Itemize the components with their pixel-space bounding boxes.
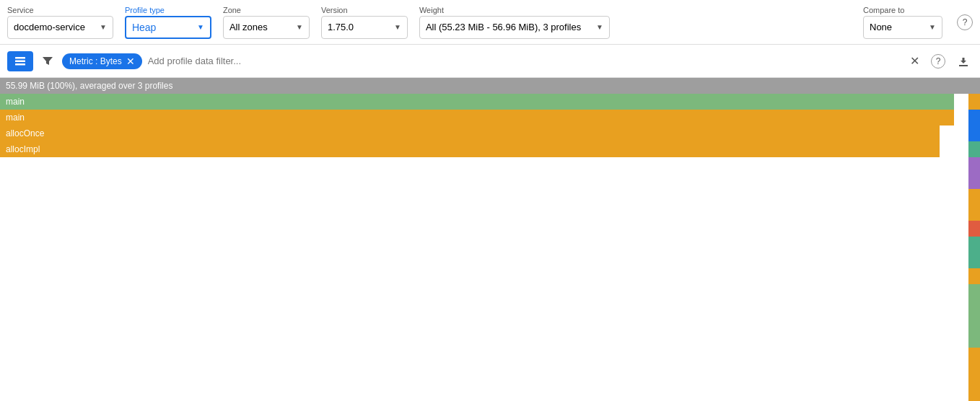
main-toolbar: Service docdemo-service ▼ Profile type H… [0,0,980,45]
metric-chip-close-icon[interactable]: ✕ [126,56,135,66]
filter-help-button[interactable]: ? [928,51,948,71]
view-toggle-button[interactable] [7,51,33,71]
side-segment-3 [968,125,980,141]
flame-row-3[interactable]: allocOnce [0,125,968,141]
version-label: Version [321,6,408,14]
help-circle-icon: ? [931,54,945,69]
flame-row-2-label: main [6,113,25,123]
svg-rect-2 [15,63,25,66]
weight-select[interactable]: All (55.23 MiB - 56.96 MiB), 3 profiles [426,22,593,32]
zone-select-wrapper[interactable]: All zones ▼ [223,16,310,39]
flame-row-1-label: main [6,97,25,107]
summary-bar: 55.99 MiB (100%), averaged over 3 profil… [0,78,968,94]
summary-text: 55.99 MiB (100%), averaged over 3 profil… [6,81,172,91]
filter-bar-right: ✕ ? [907,51,973,71]
metric-chip-label: Metric : Bytes [69,56,122,66]
flame-row-2[interactable]: main [0,110,968,125]
filter-funnel-button[interactable] [39,53,56,70]
profile-type-select[interactable]: Heap [132,22,194,33]
weight-filter-group: Weight All (55.23 MiB - 56.96 MiB), 3 pr… [419,6,610,39]
download-icon [957,55,970,68]
weight-arrow-icon: ▼ [596,23,603,31]
compare-label: Compare to [863,6,942,14]
version-arrow-icon: ▼ [394,23,401,31]
side-segment-2 [968,110,980,125]
service-filter-group: Service docdemo-service ▼ [7,6,113,39]
side-segment-9 [968,221,980,237]
toolbar-help-button[interactable]: ? [957,14,973,30]
svg-rect-0 [15,57,25,59]
profile-type-arrow-icon: ▼ [197,23,204,31]
metric-chip[interactable]: Metric : Bytes ✕ [62,53,142,69]
filter-input[interactable] [148,56,901,66]
side-segment-7 [968,189,980,205]
side-segment-14 [968,348,980,401]
compare-arrow-icon: ▼ [929,23,936,31]
compare-select-wrapper[interactable]: None ▼ [863,16,942,39]
flamegraph-main: 55.99 MiB (100%), averaged over 3 profil… [0,78,968,401]
side-segment-4 [968,141,980,157]
zone-label: Zone [223,6,310,14]
side-segment-5 [968,157,980,173]
side-segment-10 [968,237,980,252]
funnel-icon [42,56,53,67]
side-segment-12 [968,268,980,284]
side-segment-8 [968,205,980,221]
service-select-wrapper[interactable]: docdemo-service ▼ [7,16,113,39]
service-label: Service [7,6,113,14]
weight-label: Weight [419,6,610,14]
list-view-icon [14,56,26,67]
clear-filter-button[interactable]: ✕ [907,51,922,71]
flame-row-4[interactable]: allocImpl [0,141,968,157]
weight-select-wrapper[interactable]: All (55.23 MiB - 56.96 MiB), 3 profiles … [419,16,610,39]
side-segment-summary [968,78,980,94]
profile-type-filter-group: Profile type Heap ▼ [125,6,211,39]
zone-filter-group: Zone All zones ▼ [223,6,310,39]
profile-type-label: Profile type [125,6,211,14]
zone-select[interactable]: All zones [229,22,293,32]
zone-arrow-icon: ▼ [296,23,303,31]
flame-row-1[interactable]: main [0,94,968,110]
flamegraph-side-bar [968,78,980,401]
filter-bar: Metric : Bytes ✕ ✕ ? [0,45,980,78]
compare-filter-group: Compare to None ▼ [863,6,942,39]
flamegraph-container: 55.99 MiB (100%), averaged over 3 profil… [0,78,980,401]
version-select[interactable]: 1.75.0 [328,22,391,32]
version-filter-group: Version 1.75.0 ▼ [321,6,408,39]
flame-row-3-label: allocOnce [6,128,44,138]
side-segment-13 [968,284,980,348]
side-segment-11 [968,252,980,268]
side-segment-1 [968,94,980,110]
side-segment-6 [968,173,980,189]
flame-row-4-label: allocImpl [6,144,40,154]
compare-select[interactable]: None [870,22,926,32]
service-arrow-icon: ▼ [100,23,107,31]
version-select-wrapper[interactable]: 1.75.0 ▼ [321,16,408,39]
svg-rect-1 [15,60,25,62]
service-select[interactable]: docdemo-service [14,22,97,32]
profile-type-select-wrapper[interactable]: Heap ▼ [125,16,211,39]
download-button[interactable] [954,52,973,71]
